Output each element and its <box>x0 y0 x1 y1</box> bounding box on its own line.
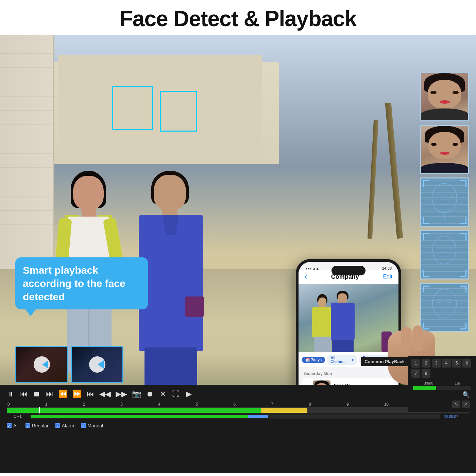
dvr-fullscreen-btn[interactable]: ⛶ <box>172 390 180 398</box>
tl-num-1: 1 <box>45 402 48 407</box>
tl-num-6: 6 <box>234 402 236 407</box>
palm-trunk-1 <box>385 103 403 239</box>
face-scan-graphic-1 <box>421 178 468 226</box>
filter-calendar-icon: 📅 <box>305 358 310 362</box>
filter-7days[interactable]: 📅 7days <box>302 357 325 363</box>
face2-lips <box>440 152 449 155</box>
timeline-cursor <box>39 407 40 413</box>
dvr-snapshot-btn[interactable]: 📷 <box>132 390 141 398</box>
ch-num-4[interactable]: 4 <box>442 359 451 368</box>
dvr-pause-btn[interactable]: ⏸ <box>7 390 15 398</box>
chevron-down-icon: ▾ <box>352 358 354 362</box>
ch-num-6[interactable]: 6 <box>462 359 471 368</box>
face-thumb-1[interactable] <box>420 72 469 121</box>
video-thumbnails <box>15 346 123 383</box>
svg-point-2 <box>446 194 452 197</box>
speech-bubble-text: Smart playback according to the face det… <box>23 265 125 302</box>
tl-num-10: 10 <box>384 402 389 407</box>
checkmark-regular: ✓ <box>27 424 29 428</box>
check-manual[interactable]: ✓ Manual <box>81 423 103 428</box>
video-thumb-2[interactable] <box>71 346 123 383</box>
dvr-skip-start-btn[interactable]: ⏮ <box>86 390 95 398</box>
svg-point-7 <box>446 246 451 249</box>
ch-num-7[interactable]: 7 <box>411 369 420 378</box>
eye-right-1 <box>453 91 459 94</box>
dvr-slower-btn[interactable]: ◀◀ <box>99 390 111 398</box>
ch-timeline-blue <box>248 415 268 418</box>
phone-back-button[interactable]: ‹ <box>305 272 307 281</box>
magnify-icon[interactable]: 🔍 <box>462 391 470 398</box>
dvr-record-btn[interactable]: ⏺ <box>146 390 154 398</box>
checkbox-manual[interactable]: ✓ <box>81 423 86 428</box>
filter-channel[interactable]: All Chann... ▾ <box>327 355 357 365</box>
face-lips-1 <box>440 100 450 104</box>
speech-bubble: Smart playback according to the face det… <box>15 257 148 309</box>
dvr-close-btn[interactable]: ✕ <box>159 390 167 398</box>
ch-num-3[interactable]: 3 <box>432 359 441 368</box>
phone-time: 14:33 <box>382 266 392 270</box>
face-thumb-scan-1[interactable] <box>420 177 469 227</box>
svg-point-0 <box>432 183 457 213</box>
right-arrow-buttons: ↖ ↗ <box>411 400 473 409</box>
dvr-rewind-btn[interactable]: ⏪ <box>58 390 68 398</box>
phone-edit-button[interactable]: Edit <box>383 274 392 280</box>
checkbox-alarm[interactable]: ✓ <box>55 423 60 428</box>
ch-num-5[interactable]: 5 <box>452 359 461 368</box>
check-regular[interactable]: ✓ Regular <box>26 423 49 428</box>
svg-point-6 <box>438 246 443 249</box>
checkbox-all[interactable]: ✓ <box>7 423 12 428</box>
check-all-label: All <box>13 423 19 428</box>
right-magnify-area: 🔍 <box>411 390 473 400</box>
finger-2 <box>413 325 423 351</box>
playback-right-panel: 1 2 3 4 5 6 7 8 30m0 1hr 🔍 ↖ ↗ <box>408 356 476 412</box>
arrow-left-btn[interactable]: ↖ <box>452 401 460 408</box>
face-shoulders-1 <box>421 108 468 120</box>
dvr-bar: ⏸ ⏮ ⏹ ⏭ ⏪ ⏩ ⏮ ◀◀ ▶▶ 📷 ⏺ ✕ ⛶ ▶ 0 1 <box>0 385 476 473</box>
video-thumb-1[interactable] <box>15 346 68 383</box>
channel-timeline[interactable] <box>31 414 440 419</box>
dvr-play-btn[interactable]: ▶ <box>185 390 193 398</box>
eye-left-2 <box>431 143 437 146</box>
check-alarm-label: Alarm <box>62 423 74 428</box>
playback-text: Common PlayBack <box>364 359 405 364</box>
phone-signal: ●●● ▲▲ <box>305 267 319 270</box>
checkmark-manual: ✓ <box>82 424 85 428</box>
thumb-play-btn-2[interactable] <box>89 356 105 373</box>
thumb-play-btn-1[interactable] <box>34 356 50 373</box>
face-scan-svg-2 <box>421 231 468 278</box>
timeline-area: 0 1 2 3 4 5 6 7 8 9 10 11 12 <box>0 401 476 421</box>
ch-num-2[interactable]: 2 <box>422 359 430 368</box>
face-photo-1 <box>421 73 468 120</box>
ch-num-1[interactable]: 1 <box>411 359 420 368</box>
play-icon-left-1 <box>36 360 48 369</box>
arrow-right-btn[interactable]: ↗ <box>462 401 470 408</box>
common-playback-label: Common PlayBack <box>361 357 408 366</box>
checkbox-regular[interactable]: ✓ <box>26 423 30 428</box>
dvr-prev-btn[interactable]: ⏮ <box>20 390 28 398</box>
check-alarm[interactable]: ✓ Alarm <box>55 423 74 428</box>
p1-face <box>73 176 104 210</box>
check-all[interactable]: ✓ All <box>7 423 19 428</box>
main-area: Smart playback according to the face det… <box>0 35 476 473</box>
dvr-controls: ⏸ ⏮ ⏹ ⏭ ⏪ ⏩ ⏮ ◀◀ ▶▶ 📷 ⏺ ✕ ⛶ ▶ <box>0 385 476 401</box>
face-thumb-scan-2[interactable] <box>420 230 469 279</box>
tl-num-3: 3 <box>120 402 123 407</box>
tl-num-0: 0 <box>7 402 10 407</box>
ch-num-8[interactable]: 8 <box>422 369 430 378</box>
channel-number-grid: 1 2 3 4 5 6 7 8 <box>411 359 473 378</box>
dvr-stop-btn[interactable]: ⏹ <box>33 390 41 398</box>
right-timeline-bar[interactable] <box>413 386 471 390</box>
svg-point-10 <box>446 299 452 303</box>
face-thumb-2[interactable] <box>420 125 469 174</box>
tl-num-2: 2 <box>83 402 85 407</box>
dvr-next-btn[interactable]: ⏭ <box>46 390 54 398</box>
filter-channel-label: All Chann... <box>330 356 351 364</box>
dvr-faster-btn[interactable]: ▶▶ <box>116 390 127 398</box>
main-timeline-bar[interactable] <box>7 407 469 413</box>
dvr-forward-btn[interactable]: ⏩ <box>72 390 82 398</box>
timeline-recorded-yellow <box>261 408 307 413</box>
filter-days-label: 7days <box>311 358 322 362</box>
face-eyes-1 <box>430 91 459 95</box>
eye-right-2 <box>453 143 458 146</box>
palm-trunk-2 <box>368 120 378 239</box>
